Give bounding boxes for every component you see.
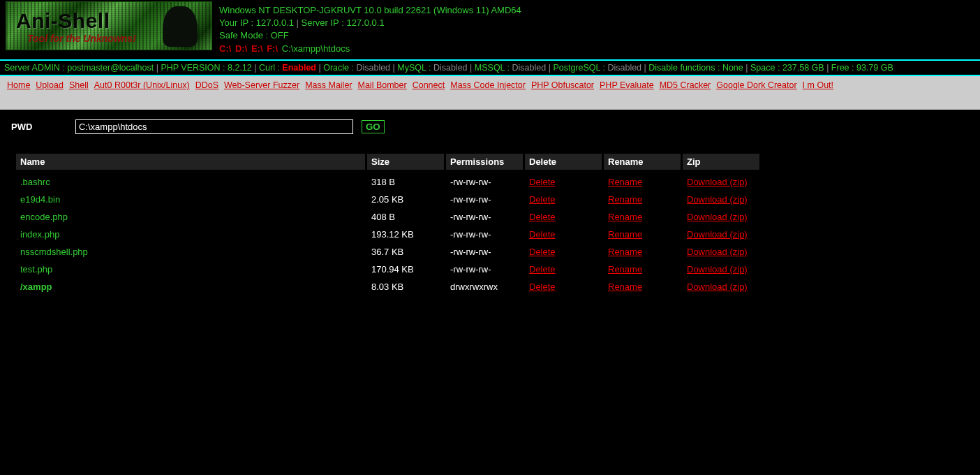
menu-link[interactable]: Mass Code Injector bbox=[450, 80, 526, 90]
file-perm: -rw-rw-rw- bbox=[446, 264, 523, 275]
col-perm: Permissions bbox=[446, 154, 523, 170]
zip-link[interactable]: Download (zip) bbox=[687, 229, 748, 240]
rename-link[interactable]: Rename bbox=[608, 194, 642, 205]
logo-title: Ani-Shell bbox=[16, 9, 110, 33]
col-zip: Zip bbox=[683, 154, 759, 170]
delete-link[interactable]: Delete bbox=[529, 282, 556, 292]
rename-link[interactable]: Rename bbox=[608, 212, 642, 222]
go-button[interactable] bbox=[362, 120, 385, 133]
col-delete: Delete bbox=[525, 154, 602, 170]
zip-link[interactable]: Download (zip) bbox=[687, 247, 748, 257]
zip-link[interactable]: Download (zip) bbox=[687, 282, 748, 292]
ip-line: Your IP : 127.0.0.1 | Server IP : 127.0.… bbox=[219, 17, 521, 29]
file-perm: -rw-rw-rw- bbox=[446, 247, 523, 257]
current-dir: C:\xampp\htdocs bbox=[282, 43, 350, 54]
menu-link[interactable]: I m Out! bbox=[803, 80, 833, 90]
file-perm: -rw-rw-rw- bbox=[446, 229, 523, 240]
table-row: index.php193.12 KB-rw-rw-rw-DeleteRename… bbox=[16, 229, 759, 240]
rename-link[interactable]: Rename bbox=[608, 264, 642, 275]
menu-link[interactable]: Mail Bomber bbox=[358, 80, 407, 90]
rename-link[interactable]: Rename bbox=[608, 229, 642, 240]
file-table: Name Size Permissions Delete Rename Zip … bbox=[14, 147, 762, 299]
drive-link[interactable]: D:\ bbox=[235, 43, 250, 54]
delete-link[interactable]: Delete bbox=[529, 247, 556, 257]
system-info: Windows NT DESKTOP-JGKRUVT 10.0 build 22… bbox=[212, 1, 528, 58]
pwd-label: PWD bbox=[11, 122, 75, 132]
file-size: 170.94 KB bbox=[367, 264, 444, 275]
col-rename: Rename bbox=[604, 154, 681, 170]
file-size: 193.12 KB bbox=[367, 229, 444, 240]
rename-link[interactable]: Rename bbox=[608, 177, 642, 187]
file-perm: -rw-rw-rw- bbox=[446, 212, 523, 222]
file-perm: drwxrwxrwx bbox=[446, 282, 523, 292]
file-link[interactable]: .bashrc bbox=[20, 177, 50, 187]
drive-link[interactable]: F:\ bbox=[267, 43, 281, 54]
pwd-row: PWD bbox=[0, 110, 980, 142]
menu-link[interactable]: Aut0 R00t3r (Unix/Linux) bbox=[94, 80, 190, 90]
delete-link[interactable]: Delete bbox=[529, 194, 556, 205]
file-size: 408 B bbox=[367, 212, 444, 222]
safe-mode: Safe Mode : OFF bbox=[219, 29, 521, 42]
logo: Ani-Shell Tool for the Unknowns! bbox=[6, 1, 212, 50]
zip-link[interactable]: Download (zip) bbox=[687, 177, 748, 187]
rename-link[interactable]: Rename bbox=[608, 282, 642, 292]
col-name: Name bbox=[16, 154, 365, 170]
col-size: Size bbox=[367, 154, 444, 170]
menu-link[interactable]: MD5 Cracker bbox=[660, 80, 711, 90]
fist-icon bbox=[163, 6, 198, 47]
delete-link[interactable]: Delete bbox=[529, 264, 556, 275]
zip-link[interactable]: Download (zip) bbox=[687, 212, 748, 222]
file-link[interactable]: e19d4.bin bbox=[20, 194, 60, 205]
logo-subtitle: Tool for the Unknowns! bbox=[27, 33, 136, 44]
pwd-input[interactable] bbox=[75, 119, 353, 134]
file-size: 318 B bbox=[367, 177, 444, 187]
file-link[interactable]: index.php bbox=[20, 229, 59, 240]
menu-link[interactable]: Shell bbox=[69, 80, 89, 90]
delete-link[interactable]: Delete bbox=[529, 229, 556, 240]
file-perm: -rw-rw-rw- bbox=[446, 194, 523, 205]
file-perm: -rw-rw-rw- bbox=[446, 177, 523, 187]
zip-link[interactable]: Download (zip) bbox=[687, 264, 748, 275]
menu-link[interactable]: PHP Obfuscator bbox=[531, 80, 594, 90]
file-link[interactable]: nsscmdshell.php bbox=[20, 247, 88, 257]
menu-link[interactable]: DDoS bbox=[195, 80, 218, 90]
menu-link[interactable]: Home bbox=[7, 80, 30, 90]
drives-line: C:\ D:\ E:\ F:\ C:\xampp\htdocs bbox=[219, 43, 521, 55]
file-size: 2.05 KB bbox=[367, 194, 444, 205]
table-row: encode.php408 B-rw-rw-rw-DeleteRenameDow… bbox=[16, 212, 759, 222]
drive-link[interactable]: E:\ bbox=[251, 43, 265, 54]
table-row: .bashrc318 B-rw-rw-rw-DeleteRenameDownlo… bbox=[16, 177, 759, 187]
file-size: 36.7 KB bbox=[367, 247, 444, 257]
table-row: e19d4.bin2.05 KB-rw-rw-rw-DeleteRenameDo… bbox=[16, 194, 759, 205]
file-link[interactable]: /xampp bbox=[20, 282, 52, 292]
menu-link[interactable]: Connect bbox=[413, 80, 445, 90]
os-line: Windows NT DESKTOP-JGKRUVT 10.0 build 22… bbox=[219, 4, 521, 17]
status-bar: Server ADMIN : postmaster@localhost | PH… bbox=[0, 59, 980, 76]
menu-link[interactable]: Upload bbox=[36, 80, 64, 90]
file-link[interactable]: test.php bbox=[20, 264, 52, 275]
drive-link[interactable]: C:\ bbox=[219, 43, 234, 54]
header: Ani-Shell Tool for the Unknowns! Windows… bbox=[0, 0, 980, 59]
file-link[interactable]: encode.php bbox=[20, 212, 68, 222]
menu-link[interactable]: Web-Server Fuzzer bbox=[224, 80, 299, 90]
file-size: 8.03 KB bbox=[367, 282, 444, 292]
table-row: /xampp8.03 KBdrwxrwxrwxDeleteRenameDownl… bbox=[16, 282, 759, 292]
rename-link[interactable]: Rename bbox=[608, 247, 642, 257]
menu-link[interactable]: PHP Evaluate bbox=[600, 80, 654, 90]
menu-link[interactable]: Mass Mailer bbox=[305, 80, 352, 90]
delete-link[interactable]: Delete bbox=[529, 212, 556, 222]
table-row: nsscmdshell.php36.7 KB-rw-rw-rw-DeleteRe… bbox=[16, 247, 759, 257]
zip-link[interactable]: Download (zip) bbox=[687, 194, 748, 205]
delete-link[interactable]: Delete bbox=[529, 177, 556, 187]
menu-link[interactable]: Google Dork Creator bbox=[716, 80, 796, 90]
table-row: test.php170.94 KB-rw-rw-rw-DeleteRenameD… bbox=[16, 264, 759, 275]
menu-bar: HomeUploadShellAut0 R00t3r (Unix/Linux)D… bbox=[0, 76, 980, 110]
table-header-row: Name Size Permissions Delete Rename Zip bbox=[16, 154, 759, 170]
